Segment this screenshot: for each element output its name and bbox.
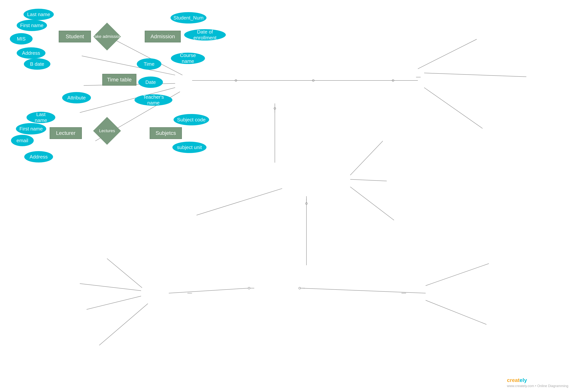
watermark-sub: www.creately.com • Online Diagramming	[507, 384, 568, 388]
subject-code-attr: Subject code	[174, 114, 209, 125]
time-label: Time	[144, 61, 155, 67]
watermark: creately www.creately.com • Online Diagr…	[507, 377, 568, 388]
subjetcs-entity: Subjetcs	[150, 127, 182, 139]
lecturer-label: Lecturer	[56, 130, 76, 136]
b-date-label: B date	[30, 61, 44, 67]
take-admission-label: Take admission	[93, 34, 122, 39]
course-name-attr: Course name	[171, 53, 205, 64]
lectures-label: Lectures	[99, 128, 115, 133]
student-num-attr: Student_Num	[170, 12, 206, 23]
last-name-l-attr: Last name	[26, 112, 55, 123]
admission-entity: Admission	[145, 31, 181, 42]
date-enrollment-label: Date of enrollment	[187, 29, 222, 41]
svg-line-27	[82, 56, 175, 75]
svg-line-32	[424, 73, 526, 77]
student-entity: Student	[59, 31, 91, 42]
student-label: Student	[66, 34, 84, 39]
mis-attr: MIS	[10, 33, 33, 44]
first-name-s-label: First name	[20, 22, 43, 28]
svg-line-38	[80, 283, 141, 291]
svg-line-36	[350, 187, 394, 220]
svg-line-41	[426, 264, 489, 286]
teachers-name-label: Teacher's name	[138, 94, 169, 106]
svg-line-37	[107, 258, 142, 288]
student-num-label: Student_Num	[174, 15, 204, 21]
svg-line-42	[426, 300, 487, 325]
address-l-label: Address	[30, 154, 48, 160]
timetable-entity: Time table	[102, 74, 136, 86]
date-label: Date	[145, 79, 156, 85]
take-admission-diamond: Take admission	[93, 26, 121, 47]
admission-label: Admission	[150, 34, 175, 39]
attribute-attr: Attribute	[62, 92, 91, 103]
time-attr: Time	[137, 58, 161, 70]
address-s-attr: Address	[17, 47, 45, 59]
svg-line-5	[302, 288, 426, 293]
subject-unit-label: subject unit	[177, 144, 202, 150]
svg-line-35	[350, 179, 387, 181]
last-name-l-label: Last name	[30, 112, 52, 123]
last-name-s-attr: Last name	[23, 9, 54, 20]
address-l-attr: Address	[24, 151, 53, 162]
date-attr: Date	[138, 77, 163, 88]
svg-line-31	[418, 39, 477, 69]
mis-label: MIS	[17, 36, 26, 42]
email-attr: email	[11, 135, 34, 146]
last-name-s-label: Last name	[27, 12, 50, 18]
first-name-l-label: First name	[20, 126, 43, 132]
svg-line-34	[350, 141, 383, 175]
b-date-attr: B date	[24, 58, 50, 70]
svg-line-25	[196, 188, 282, 215]
watermark-ly: ely	[520, 377, 527, 383]
svg-line-33	[424, 87, 483, 128]
first-name-s-attr: First name	[17, 20, 47, 31]
svg-line-40	[99, 304, 148, 345]
svg-line-39	[87, 296, 141, 310]
course-name-label: Course name	[174, 53, 202, 64]
attribute-label: Attribute	[67, 95, 86, 101]
lectures-diamond: Lectures	[93, 120, 121, 141]
subject-code-label: Subject code	[177, 117, 205, 123]
timetable-label: Time table	[107, 77, 132, 83]
date-enrollment-attr: Date of enrollment	[184, 29, 226, 40]
teachers-name-attr: Teacher's name	[135, 94, 172, 106]
email-label: email	[17, 138, 28, 143]
subjetcs-label: Subjetcs	[156, 130, 176, 136]
svg-line-4	[169, 288, 248, 293]
lecturer-entity: Lecturer	[50, 127, 82, 139]
address-s-label: Address	[22, 50, 40, 56]
first-name-l-attr: First name	[16, 123, 46, 135]
watermark-cr: creat	[507, 377, 520, 383]
subject-unit-attr: subject unit	[172, 142, 206, 153]
